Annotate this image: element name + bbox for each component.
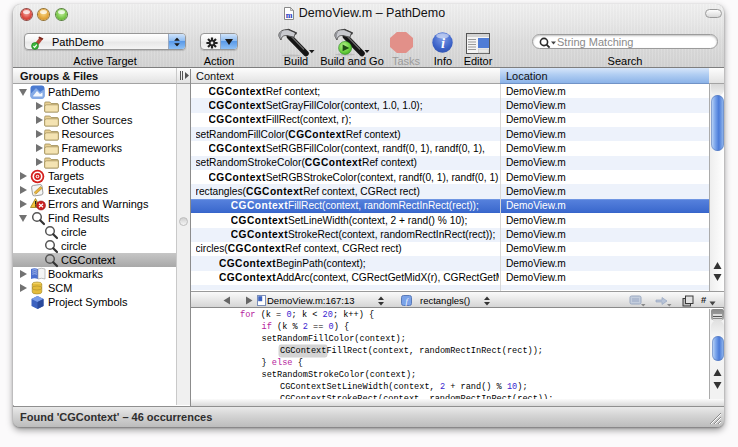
svg-text:m: m <box>285 11 292 20</box>
svg-text:i: i <box>441 35 445 51</box>
